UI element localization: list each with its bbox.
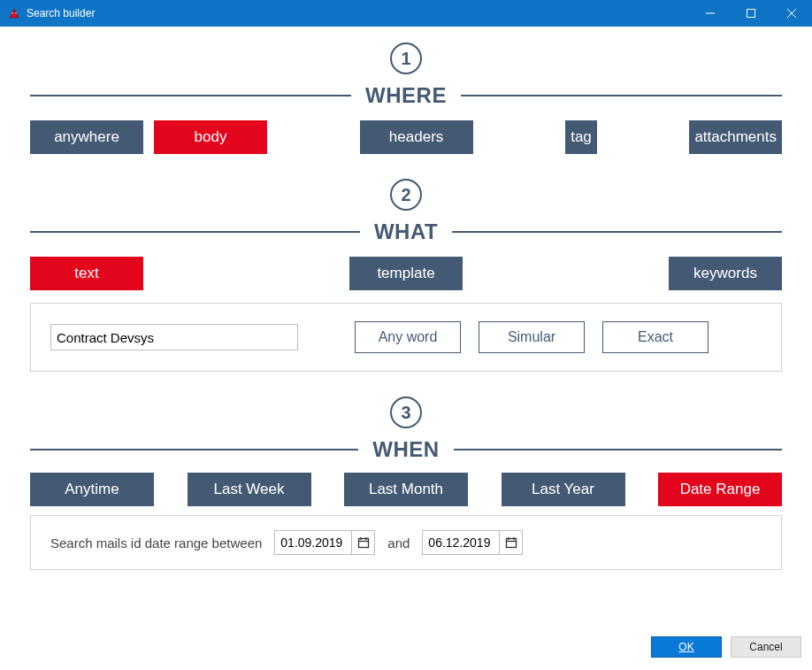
dialog-footer: OK Cancel <box>651 636 801 658</box>
when-option-anytime[interactable]: Anytime <box>30 473 154 506</box>
minimize-button[interactable] <box>690 0 731 27</box>
search-text-input[interactable] <box>50 324 298 350</box>
date-to-input[interactable] <box>423 531 499 554</box>
date-range-label: Search mails id date range between <box>50 535 262 551</box>
calendar-icon[interactable] <box>351 531 374 554</box>
date-to-field <box>422 530 523 555</box>
when-option-lastmonth[interactable]: Last Month <box>344 473 468 506</box>
when-header: WHEN <box>30 437 782 462</box>
what-label: WHAT <box>360 219 452 244</box>
where-label: WHERE <box>351 83 461 108</box>
svg-rect-3 <box>747 10 755 18</box>
svg-point-1 <box>15 12 17 14</box>
step-2-circle: 2 <box>390 179 422 211</box>
ok-button[interactable]: OK <box>651 636 722 658</box>
where-option-tag[interactable]: tag <box>565 120 597 154</box>
where-option-headers[interactable]: headers <box>360 120 473 154</box>
svg-rect-6 <box>358 539 368 548</box>
what-input-panel: Any word Simular Exact <box>30 303 782 372</box>
where-header: WHERE <box>30 83 782 108</box>
date-from-field <box>274 530 375 555</box>
match-mode-anyword[interactable]: Any word <box>355 321 461 353</box>
when-option-daterange[interactable]: Date Range <box>658 473 782 506</box>
match-mode-simular[interactable]: Simular <box>479 321 585 353</box>
match-mode-buttons: Any word Simular Exact <box>355 321 709 353</box>
step-1-circle: 1 <box>390 42 422 74</box>
calendar-icon[interactable] <box>499 531 522 554</box>
titlebar: Search builder <box>0 0 812 27</box>
where-option-attachments[interactable]: attachments <box>689 120 782 154</box>
what-options: text template keywords <box>30 257 782 290</box>
window-title: Search builder <box>27 7 95 19</box>
svg-rect-10 <box>506 539 516 548</box>
when-option-lastweek[interactable]: Last Week <box>188 473 311 506</box>
date-and-label: and <box>387 535 410 551</box>
date-range-panel: Search mails id date range between and <box>30 515 782 570</box>
when-option-lastyear[interactable]: Last Year <box>502 473 625 506</box>
what-option-text[interactable]: text <box>30 257 143 290</box>
what-option-keywords[interactable]: keywords <box>669 257 782 290</box>
dialog-content: 1 WHERE anywhere body headers tag attach… <box>0 27 812 670</box>
date-from-input[interactable] <box>275 531 351 554</box>
match-mode-exact[interactable]: Exact <box>602 321 709 353</box>
svg-point-0 <box>11 12 13 14</box>
where-options: anywhere body headers tag attachments <box>30 120 782 154</box>
maximize-button[interactable] <box>731 0 771 27</box>
cancel-button[interactable]: Cancel <box>731 636 801 658</box>
step-3-circle: 3 <box>390 397 422 428</box>
where-option-anywhere[interactable]: anywhere <box>30 120 143 154</box>
what-header: WHAT <box>30 219 782 244</box>
where-option-body[interactable]: body <box>154 120 267 154</box>
when-label: WHEN <box>358 437 453 462</box>
when-options: Anytime Last Week Last Month Last Year D… <box>30 473 782 506</box>
what-option-template[interactable]: template <box>349 257 463 290</box>
close-button[interactable] <box>771 0 812 27</box>
app-icon <box>7 6 21 20</box>
